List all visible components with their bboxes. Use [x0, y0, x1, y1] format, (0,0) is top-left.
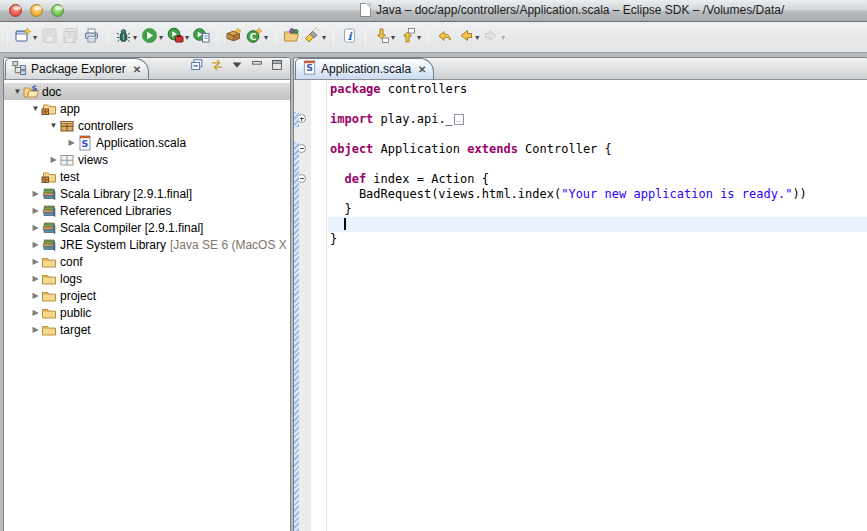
dropdown-arrow-icon[interactable]: ▾ — [159, 33, 163, 42]
dropdown-arrow-icon[interactable]: ▾ — [133, 33, 137, 42]
toolbar-separator — [7, 28, 8, 46]
tree-item-public[interactable]: ▶public — [4, 304, 290, 321]
code-token: )) — [792, 187, 806, 201]
collapse-arrow-icon[interactable]: ▼ — [48, 121, 59, 130]
close-icon[interactable]: ✕ — [418, 64, 426, 75]
run-history-icon — [193, 27, 210, 48]
dropdown-arrow-icon[interactable]: ▾ — [322, 33, 326, 42]
titlebar[interactable]: Java – doc/app/controllers/Application.s… — [0, 0, 867, 22]
code-line[interactable] — [328, 157, 867, 172]
dropdown-arrow-icon[interactable]: ▾ — [417, 33, 421, 42]
expand-arrow-icon[interactable]: ▶ — [30, 274, 41, 283]
expand-arrow-icon[interactable]: ▶ — [30, 223, 41, 232]
search-button[interactable]: ▾ — [302, 25, 328, 49]
code-token: def — [344, 172, 366, 186]
collapse-arrow-icon[interactable]: ▼ — [30, 104, 41, 113]
run-button[interactable]: ▾ — [139, 25, 165, 49]
expand-arrow-icon[interactable]: ▶ — [30, 308, 41, 317]
run-external-tools-button[interactable]: ▾ — [165, 25, 191, 49]
zoom-window-button[interactable] — [51, 4, 64, 17]
info-button[interactable]: i — [339, 25, 360, 49]
new-package-button[interactable] — [223, 25, 244, 49]
save-icon — [41, 27, 58, 48]
dropdown-arrow-icon[interactable]: ▾ — [33, 33, 37, 42]
close-icon[interactable]: ✕ — [133, 64, 141, 75]
last-edit-location-button[interactable] — [434, 25, 455, 49]
tree-item-conf[interactable]: ▶conf — [4, 253, 290, 270]
tree-item-jre-system-library[interactable]: ▶JRE System Library[Java SE 6 (MacOS X D… — [4, 236, 290, 253]
expand-arrow-icon[interactable]: ▶ — [30, 291, 41, 300]
tree-item-scala-library-2-9-1-final[interactable]: ▶Scala Library [2.9.1.final] — [4, 185, 290, 202]
tree-item-test[interactable]: test — [4, 168, 290, 185]
text-cursor — [344, 218, 346, 230]
code-token: Controller { — [518, 142, 612, 156]
dropdown-arrow-icon[interactable]: ▾ — [501, 33, 505, 42]
previous-annotation-button[interactable]: ▾ — [397, 25, 423, 49]
print-button[interactable] — [81, 25, 102, 49]
tree-item-label: doc — [42, 85, 61, 99]
tree-item-label: conf — [60, 255, 83, 269]
tree-item-app[interactable]: ▼app — [4, 100, 290, 117]
new-wizard-button[interactable]: ▾ — [13, 25, 39, 49]
tree-item-logs[interactable]: ▶logs — [4, 270, 290, 287]
tree-item-target[interactable]: ▶target — [4, 321, 290, 338]
tab-package-explorer[interactable]: Package Explorer ✕ — [5, 58, 149, 79]
close-window-button[interactable] — [9, 4, 22, 17]
dropdown-arrow-icon[interactable]: ▾ — [475, 33, 479, 42]
tree-item-application-scala[interactable]: ▶SApplication.scala — [4, 134, 290, 151]
expand-arrow-icon[interactable]: ▶ — [66, 138, 77, 147]
collapse-all-button[interactable] — [190, 58, 204, 76]
tree-item-views[interactable]: ▶views — [4, 151, 290, 168]
collapse-arrow-icon[interactable]: ▼ — [12, 87, 23, 96]
code-line[interactable]: package controllers — [328, 82, 867, 97]
workbench-area: Package Explorer ✕ ▼Sdoc▼app▼controllers… — [0, 53, 867, 531]
next-annotation-button[interactable]: ▾ — [371, 25, 397, 49]
dropdown-arrow-icon[interactable]: ▾ — [264, 33, 268, 42]
code-line[interactable]: import play.api._ — [328, 112, 867, 127]
tree-item-label: JRE System Library — [60, 238, 166, 252]
tree-item-controllers[interactable]: ▼controllers — [4, 117, 290, 134]
maximize-button[interactable] — [270, 58, 284, 76]
link-with-editor-button[interactable] — [210, 58, 224, 76]
expand-arrow-icon[interactable]: ▶ — [30, 240, 41, 249]
code-token: controllers — [381, 82, 468, 96]
tree-item-scala-compiler-2-9-1-final[interactable]: ▶Scala Compiler [2.9.1.final] — [4, 219, 290, 236]
minimize-button[interactable] — [250, 58, 264, 76]
code-line[interactable] — [328, 127, 867, 142]
run-history-button[interactable] — [191, 25, 212, 49]
expand-arrow-icon[interactable]: ▶ — [30, 189, 41, 198]
tree-item-label: app — [60, 102, 80, 116]
collapse-all-icon — [190, 58, 204, 76]
scala-file-icon: S — [302, 60, 317, 78]
editor-fold-margin[interactable] — [311, 80, 327, 531]
code-editor[interactable]: package controllersimport play.api._obje… — [294, 80, 867, 531]
dropdown-arrow-icon[interactable]: ▾ — [391, 33, 395, 42]
expand-arrow-icon[interactable]: ▶ — [30, 257, 41, 266]
back-button[interactable]: ▾ — [455, 25, 481, 49]
tab-application-scala[interactable]: S Application.scala ✕ — [295, 58, 434, 79]
code-line[interactable]: object Application extends Controller { — [328, 142, 867, 157]
code-line[interactable]: BadRequest(views.html.index("Your new ap… — [328, 187, 867, 202]
collapsed-code-icon[interactable] — [454, 114, 464, 125]
expand-arrow-icon[interactable]: ▶ — [30, 206, 41, 215]
dropdown-arrow-icon[interactable]: ▾ — [185, 33, 189, 42]
code-line[interactable]: def index = Action { — [328, 172, 867, 187]
expand-arrow-icon[interactable]: ▶ — [48, 155, 59, 164]
code-token: package — [330, 82, 381, 96]
code-area[interactable]: package controllersimport play.api._obje… — [328, 82, 867, 247]
tree-item-referenced-libraries[interactable]: ▶Referenced Libraries — [4, 202, 290, 219]
view-menu-button[interactable] — [230, 58, 244, 76]
toolbar-separator — [107, 28, 108, 46]
code-line[interactable]: } — [328, 232, 867, 247]
new-class-button[interactable]: C▾ — [244, 25, 270, 49]
debug-button[interactable]: ▾ — [113, 25, 139, 49]
code-line[interactable]: } — [328, 202, 867, 217]
tree-item-doc[interactable]: ▼Sdoc — [4, 83, 290, 100]
open-resource-button[interactable] — [281, 25, 302, 49]
minimize-window-button[interactable] — [30, 4, 43, 17]
tree-item-project[interactable]: ▶project — [4, 287, 290, 304]
code-line[interactable] — [328, 97, 867, 112]
print-icon — [83, 27, 100, 48]
expand-arrow-icon[interactable]: ▶ — [30, 325, 41, 334]
code-line-current[interactable] — [328, 217, 867, 232]
